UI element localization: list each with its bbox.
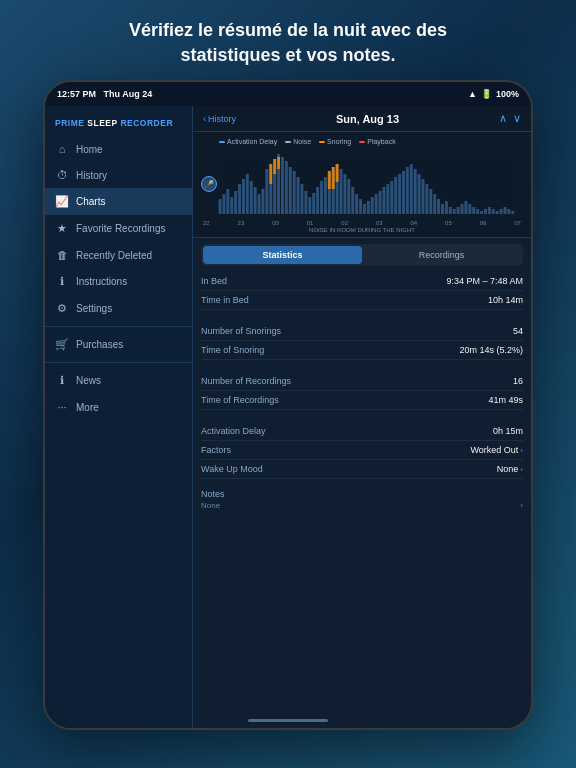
wifi-icon: ▲ (468, 89, 477, 99)
stat-row-activation: Activation Delay 0h 15m (201, 422, 523, 441)
nav-up-icon[interactable]: ∧ (499, 112, 507, 125)
battery-icon: 🔋 (481, 89, 492, 99)
page-headline: Vérifiez le résumé de la nuit avec des s… (89, 0, 487, 80)
svg-rect-37 (359, 199, 362, 214)
sidebar-item-instructions[interactable]: ℹ Instructions (45, 268, 192, 295)
svg-rect-57 (437, 199, 440, 214)
news-icon: ℹ (55, 374, 69, 387)
app-content: PRIME SLEEP RECORDER ⌂ Home ⏱ History 📈 … (45, 106, 531, 728)
svg-rect-70 (488, 207, 491, 214)
svg-rect-66 (472, 207, 475, 214)
svg-rect-62 (457, 207, 460, 214)
sidebar-item-history[interactable]: ⏱ History (45, 162, 192, 188)
svg-rect-81 (332, 167, 335, 189)
svg-rect-5 (234, 191, 237, 214)
sidebar-item-purchases[interactable]: 🛒 Purchases (45, 331, 192, 358)
sidebar-item-settings[interactable]: ⚙ Settings (45, 295, 192, 322)
svg-rect-36 (355, 194, 358, 214)
svg-rect-54 (425, 184, 428, 214)
tab-statistics[interactable]: Statistics (203, 246, 362, 264)
svg-rect-27 (320, 181, 323, 214)
stat-group-snoring: Number of Snorings 54 Time of Snoring 20… (201, 322, 523, 360)
svg-rect-68 (480, 211, 483, 214)
svg-rect-75 (507, 209, 510, 214)
svg-rect-58 (441, 204, 444, 214)
svg-rect-63 (461, 204, 464, 214)
sidebar-item-home[interactable]: ⌂ Home (45, 136, 192, 162)
svg-rect-18 (285, 161, 288, 214)
svg-rect-4 (230, 197, 233, 214)
svg-rect-50 (410, 164, 413, 214)
svg-rect-39 (367, 201, 370, 214)
stat-row-factors[interactable]: Factors Worked Out › (201, 441, 523, 460)
svg-rect-10 (254, 187, 257, 214)
svg-rect-80 (328, 171, 331, 189)
sidebar-item-more[interactable]: ··· More (45, 394, 192, 420)
history-icon: ⏱ (55, 169, 69, 181)
stat-row-wakeup[interactable]: Wake Up Mood None › (201, 460, 523, 479)
svg-rect-52 (418, 174, 421, 214)
trash-icon: 🗑 (55, 249, 69, 261)
stat-row-num-snorings: Number of Snorings 54 (201, 322, 523, 341)
svg-rect-8 (246, 174, 249, 214)
stat-group-notes: Notes None › (201, 485, 523, 514)
notes-chevron-icon: › (520, 501, 523, 510)
svg-rect-28 (324, 177, 327, 214)
svg-rect-49 (406, 167, 409, 214)
notes-value[interactable]: None › (201, 501, 523, 514)
factors-chevron-icon: › (520, 446, 523, 455)
stat-group-bed: In Bed 9:34 PM – 7:48 AM Time in Bed 10h… (201, 272, 523, 310)
chart-visualization: 🎤 (201, 149, 523, 219)
stat-row-num-recordings: Number of Recordings 16 (201, 372, 523, 391)
svg-rect-22 (301, 184, 304, 214)
home-indicator (248, 719, 328, 722)
stats-container: In Bed 9:34 PM – 7:48 AM Time in Bed 10h… (193, 272, 531, 728)
svg-rect-67 (476, 209, 479, 214)
stat-row-in-bed: In Bed 9:34 PM – 7:48 AM (201, 272, 523, 291)
svg-rect-35 (351, 187, 354, 214)
sidebar-item-news[interactable]: ℹ News (45, 367, 192, 394)
svg-rect-78 (273, 159, 276, 174)
svg-rect-25 (312, 193, 315, 214)
tab-recordings[interactable]: Recordings (362, 246, 521, 264)
chart-svg (201, 149, 523, 214)
svg-rect-73 (500, 209, 503, 214)
back-button[interactable]: ‹ History (203, 114, 236, 124)
svg-rect-7 (242, 179, 245, 214)
app-logo: PRIME SLEEP RECORDER (45, 112, 192, 136)
svg-rect-77 (269, 164, 272, 184)
status-right: ▲ 🔋 100% (468, 89, 519, 99)
svg-rect-59 (445, 201, 448, 214)
svg-rect-61 (453, 209, 456, 214)
chart-x-label: NOISE IN ROOM DURING THE NIGHT (201, 227, 523, 233)
svg-rect-69 (484, 209, 487, 214)
stat-row-time-recordings: Time of Recordings 41m 49s (201, 391, 523, 410)
svg-rect-21 (297, 177, 300, 214)
nav-down-icon[interactable]: ∨ (513, 112, 521, 125)
svg-rect-55 (429, 189, 432, 214)
svg-rect-43 (382, 187, 385, 214)
cart-icon: 🛒 (55, 338, 69, 351)
svg-rect-46 (394, 177, 397, 214)
legend-snoring: Snoring (319, 138, 351, 145)
gear-icon: ⚙ (55, 302, 69, 315)
svg-rect-23 (304, 191, 307, 214)
svg-rect-65 (468, 204, 471, 214)
chart-x-axis: 22 23 00 01 02 03 04 05 06 07 (201, 219, 523, 226)
nav-arrows: ∧ ∨ (499, 112, 521, 125)
svg-rect-2 (222, 194, 225, 214)
sidebar-item-charts[interactable]: 📈 Charts (45, 188, 192, 215)
stat-group-factors: Activation Delay 0h 15m Factors Worked O… (201, 422, 523, 479)
sidebar: PRIME SLEEP RECORDER ⌂ Home ⏱ History 📈 … (45, 106, 193, 728)
svg-rect-11 (258, 194, 261, 214)
svg-rect-79 (277, 157, 280, 169)
main-panel: ‹ History Sun, Aug 13 ∧ ∨ Activation Del… (193, 106, 531, 728)
sidebar-item-deleted[interactable]: 🗑 Recently Deleted (45, 242, 192, 268)
panel-header: ‹ History Sun, Aug 13 ∧ ∨ (193, 106, 531, 132)
sidebar-divider-2 (45, 362, 192, 363)
svg-rect-34 (347, 179, 350, 214)
svg-rect-40 (371, 197, 374, 214)
svg-rect-3 (226, 189, 229, 214)
sidebar-item-favorites[interactable]: ★ Favorite Recordings (45, 215, 192, 242)
sidebar-divider (45, 326, 192, 327)
